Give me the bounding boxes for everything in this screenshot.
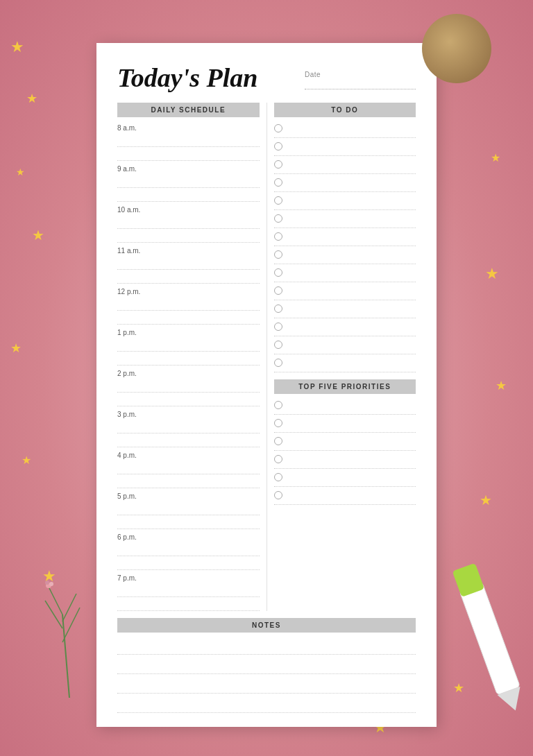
todo-item-13[interactable] (274, 336, 416, 354)
todo-item-8[interactable] (274, 246, 416, 264)
todo-checkbox-14[interactable] (274, 359, 282, 367)
todo-text-7[interactable] (288, 230, 416, 243)
todo-checkbox-7[interactable] (274, 232, 282, 241)
schedule-line-4pm-2[interactable] (117, 474, 260, 488)
todo-checkbox-13[interactable] (274, 341, 282, 349)
todo-item-6[interactable] (274, 210, 416, 228)
priority-text-1[interactable] (288, 399, 416, 412)
todo-item-12[interactable] (274, 318, 416, 336)
star-16: ★ (32, 227, 44, 243)
todo-text-11[interactable] (288, 302, 416, 316)
schedule-line-5pm[interactable] (117, 501, 260, 515)
todo-checkbox-5[interactable] (274, 196, 282, 205)
priority-item-3[interactable] (274, 433, 416, 451)
schedule-slot-11am: 11 a.m. (117, 243, 260, 284)
schedule-line-10am[interactable] (117, 215, 260, 229)
schedule-line-10am-2[interactable] (117, 229, 260, 243)
notes-line-4[interactable] (117, 694, 416, 713)
date-line[interactable] (305, 80, 416, 89)
schedule-line-3pm-2[interactable] (117, 433, 260, 447)
priority-checkbox-5[interactable] (274, 473, 282, 481)
priority-item-6[interactable] (274, 487, 416, 505)
star-14: ★ (22, 454, 31, 467)
todo-text-6[interactable] (288, 212, 416, 225)
schedule-line-1pm-2[interactable] (117, 352, 260, 366)
schedule-line-12pm[interactable] (117, 297, 260, 311)
priority-text-2[interactable] (288, 417, 416, 430)
todo-checkbox-9[interactable] (274, 268, 282, 277)
todo-text-5[interactable] (288, 194, 416, 207)
todo-text-4[interactable] (288, 176, 416, 189)
schedule-line-9am[interactable] (117, 174, 260, 188)
priority-checkbox-6[interactable] (274, 491, 282, 499)
todo-text-9[interactable] (288, 266, 416, 280)
todo-item-2[interactable] (274, 138, 416, 156)
todo-checkbox-6[interactable] (274, 214, 282, 223)
todo-checkbox-4[interactable] (274, 178, 282, 187)
schedule-slot-5pm: 5 p.m. (117, 488, 260, 529)
star-15: ★ (10, 341, 22, 356)
todo-item-11[interactable] (274, 300, 416, 318)
priority-text-5[interactable] (288, 471, 416, 484)
todo-item-14[interactable] (274, 354, 416, 372)
priority-item-4[interactable] (274, 451, 416, 469)
todo-item-10[interactable] (274, 282, 416, 300)
priority-text-4[interactable] (288, 453, 416, 466)
todo-text-2[interactable] (288, 140, 416, 153)
priority-item-5[interactable] (274, 469, 416, 487)
schedule-line-2pm-2[interactable] (117, 393, 260, 406)
notes-line-1[interactable] (117, 635, 416, 655)
todo-text-14[interactable] (288, 356, 416, 370)
todo-checkbox-10[interactable] (274, 286, 282, 295)
todo-text-12[interactable] (288, 320, 416, 334)
todo-text-10[interactable] (288, 284, 416, 298)
todo-text-1[interactable] (288, 122, 416, 135)
schedule-slot-9am: 9 a.m. (117, 161, 260, 202)
priority-checkbox-3[interactable] (274, 437, 282, 445)
schedule-line-2pm[interactable] (117, 379, 260, 393)
priority-checkbox-4[interactable] (274, 455, 282, 463)
schedule-line-11am-2[interactable] (117, 270, 260, 284)
todo-item-7[interactable] (274, 228, 416, 246)
schedule-line-1pm[interactable] (117, 338, 260, 352)
priority-checkbox-2[interactable] (274, 419, 282, 427)
schedule-line-6pm[interactable] (117, 542, 260, 556)
time-2pm: 2 p.m. (117, 370, 260, 377)
notes-line-3[interactable] (117, 674, 416, 694)
schedule-line-7pm-2[interactable] (117, 597, 260, 611)
schedule-line-8am[interactable] (117, 133, 260, 147)
schedule-line-12pm-2[interactable] (117, 311, 260, 325)
todo-header: TO DO (274, 103, 416, 117)
schedule-line-5pm-2[interactable] (117, 515, 260, 529)
star-5: ★ (496, 378, 507, 393)
todo-item-4[interactable] (274, 174, 416, 192)
priority-item-2[interactable] (274, 415, 416, 433)
schedule-line-3pm[interactable] (117, 420, 260, 433)
todo-text-13[interactable] (288, 338, 416, 352)
schedule-line-9am-2[interactable] (117, 188, 260, 202)
todo-item-1[interactable] (274, 120, 416, 138)
todo-checkbox-11[interactable] (274, 304, 282, 313)
priority-checkbox-1[interactable] (274, 401, 282, 409)
todo-checkbox-8[interactable] (274, 250, 282, 259)
todo-item-9[interactable] (274, 264, 416, 282)
todo-item-5[interactable] (274, 192, 416, 210)
todo-checkbox-3[interactable] (274, 160, 282, 169)
daily-schedule-column: DAILY SCHEDULE 8 a.m. 9 a.m. 10 a.m. 11 … (117, 103, 267, 611)
todo-checkbox-12[interactable] (274, 323, 282, 331)
schedule-line-6pm-2[interactable] (117, 556, 260, 570)
schedule-slot-2pm: 2 p.m. (117, 366, 260, 406)
priority-item-1[interactable] (274, 397, 416, 415)
schedule-line-11am[interactable] (117, 256, 260, 270)
todo-checkbox-2[interactable] (274, 142, 282, 151)
todo-item-3[interactable] (274, 156, 416, 174)
notes-line-2[interactable] (117, 655, 416, 674)
schedule-line-4pm[interactable] (117, 461, 260, 474)
priority-text-6[interactable] (288, 489, 416, 502)
todo-text-8[interactable] (288, 248, 416, 261)
schedule-line-8am-2[interactable] (117, 147, 260, 161)
schedule-line-7pm[interactable] (117, 583, 260, 597)
priority-text-3[interactable] (288, 435, 416, 448)
todo-text-3[interactable] (288, 158, 416, 171)
todo-checkbox-1[interactable] (274, 124, 282, 132)
